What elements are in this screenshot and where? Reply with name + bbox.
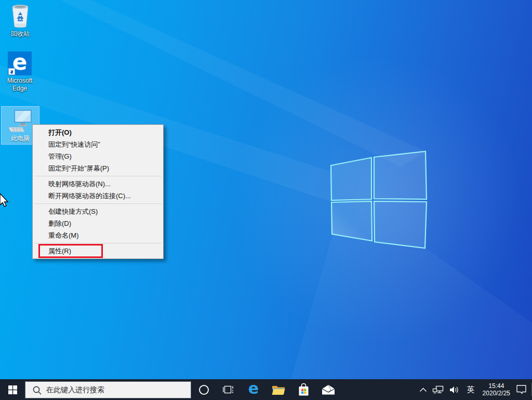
taskbar: e [0, 379, 532, 400]
menu-item-pin-quick-access[interactable]: 固定到“快速访问” [33, 138, 163, 150]
hidden-icons-button[interactable] [417, 379, 430, 400]
menu-separator [34, 203, 162, 204]
menu-item-map-network-drive[interactable]: 映射网络驱动器(N)... [33, 178, 163, 190]
menu-separator [34, 243, 162, 243]
file-explorer-icon [272, 384, 285, 395]
desktop: 回收站 e Microsoft Edge 此电脑 [0, 0, 532, 400]
menu-item-manage[interactable]: 管理(G) [33, 150, 163, 162]
mouse-cursor [0, 192, 9, 208]
icon-label: 回收站 [11, 30, 30, 38]
start-button[interactable] [0, 379, 25, 400]
microsoft-store-button[interactable] [291, 379, 316, 400]
cortana-button[interactable] [191, 379, 216, 400]
menu-item-pin-to-start[interactable]: 固定到“开始”屏幕(P) [33, 162, 163, 174]
edge-icon: e [248, 381, 259, 396]
search-icon [32, 385, 42, 395]
windows-logo-icon [8, 385, 17, 394]
menu-item-properties[interactable]: 属性(R) [33, 245, 163, 257]
chevron-up-icon [419, 388, 427, 392]
shortcut-arrow-icon [8, 68, 15, 75]
cortana-icon [199, 385, 209, 395]
system-tray: 英 15:44 2020/2/25 [417, 379, 532, 400]
mail-button[interactable] [316, 379, 341, 400]
menu-item-rename[interactable]: 重命名(M) [33, 229, 163, 241]
network-button[interactable] [430, 379, 447, 400]
mail-icon [322, 385, 335, 395]
menu-item-create-shortcut[interactable]: 创建快捷方式(S) [33, 205, 163, 217]
taskbar-edge-button[interactable]: e [241, 379, 266, 400]
microsoft-store-icon [298, 383, 310, 397]
menu-item-delete[interactable]: 删除(D) [33, 217, 163, 229]
tray-time: 15:44 [483, 382, 510, 390]
context-menu: 打开(O) 固定到“快速访问” 管理(G) 固定到“开始”屏幕(P) 映射网络驱… [32, 124, 164, 259]
file-explorer-button[interactable] [266, 379, 291, 400]
icon-label: Microsoft Edge [1, 77, 39, 93]
icon-label: 此电脑 [11, 135, 30, 143]
menu-separator [34, 176, 162, 176]
menu-item-open[interactable]: 打开(O) [33, 126, 163, 138]
task-view-button[interactable] [216, 379, 241, 400]
task-view-icon [223, 385, 234, 394]
action-center-icon [516, 384, 527, 395]
speaker-icon [449, 386, 460, 394]
search-input[interactable] [25, 382, 191, 398]
tray-date: 2020/2/25 [483, 390, 510, 397]
recycle-bin-icon [9, 4, 32, 29]
network-icon [432, 385, 444, 394]
clock[interactable]: 15:44 2020/2/25 [480, 379, 513, 400]
this-pc-icon [7, 108, 34, 133]
menu-item-disconnect-network-drive[interactable]: 断开网络驱动器的连接(C)... [33, 190, 163, 202]
desktop-icon-microsoft-edge[interactable]: e Microsoft Edge [0, 51, 39, 93]
desktop-icon-recycle-bin[interactable]: 回收站 [1, 4, 40, 38]
ime-indicator[interactable]: 英 [462, 379, 480, 400]
volume-button[interactable] [447, 379, 462, 400]
action-center-button[interactable] [513, 379, 529, 400]
edge-tile-icon: e [8, 51, 32, 75]
taskbar-search[interactable] [25, 381, 191, 398]
